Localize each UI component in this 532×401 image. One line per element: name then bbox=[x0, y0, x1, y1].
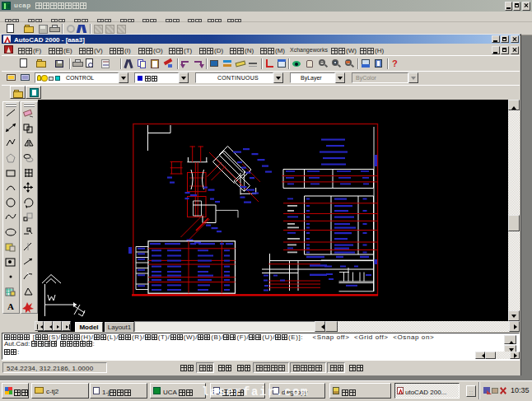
svg-text:A: A bbox=[7, 301, 14, 311]
